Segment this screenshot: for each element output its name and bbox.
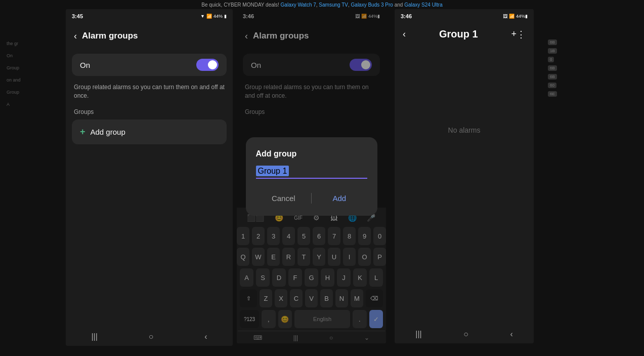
ws-right-item-5: 6B [548, 74, 639, 80]
banner-link-5[interactable]: Galaxy S24 Ultra [404, 2, 443, 8]
left-toggle-label: On [80, 61, 90, 69]
ws-right-item-1: 6B [548, 39, 639, 45]
add-group-dialog: Add group Group 1 Cancel Add [246, 137, 377, 216]
website-right-panel: 6B 1B 0 6B 6B 60 6E [543, 9, 644, 346]
ws-sidebar-item-5: Group [5, 88, 61, 96]
left-nav-back[interactable]: ‹ [204, 332, 207, 341]
right-add-button[interactable]: + [511, 29, 517, 39]
banner-link-3[interactable]: Galaxy Buds 3 Pro [351, 2, 393, 8]
no-alarms-label: No alarms [395, 126, 534, 134]
left-groups-label: Groups [66, 106, 233, 120]
left-toggle-switch[interactable] [196, 59, 219, 71]
left-app-header: ‹ Alarm groups [66, 23, 233, 49]
right-nav-home[interactable]: ○ [463, 330, 468, 339]
phone-left-panel: 3:45 ▼ 📶 44% ▮ ‹ Alarm groups On Group r… [66, 9, 233, 346]
dialog-add-button[interactable]: Add [312, 189, 367, 208]
website-sidebar: the gr On Group on and Group A [0, 9, 66, 346]
ws-sidebar-item-6: A [5, 100, 61, 108]
phone-middle-panel: 3:46 🖼 📶 44%▮ ‹ Alarm groups On Group re… [237, 9, 386, 343]
left-status-bar: 3:45 ▼ 📶 44% ▮ [66, 9, 233, 23]
ws-right-item-6: 60 [548, 83, 639, 88]
left-toggle-row: On [72, 54, 227, 76]
left-add-group-button[interactable]: + Add group [72, 120, 227, 144]
dialog-cancel-button[interactable]: Cancel [256, 189, 312, 208]
left-nav-recents[interactable]: ||| [91, 332, 97, 341]
right-bottom-nav: ||| ○ ‹ [395, 325, 534, 343]
left-app-title: Alarm groups [82, 31, 138, 41]
ws-sidebar-item-1: the gr [5, 39, 61, 48]
ws-sidebar-item-2: On [5, 52, 61, 60]
dialog-input-selected-text: Group 1 [256, 166, 289, 176]
right-group-title: Group 1 [406, 28, 511, 40]
banner-link-1[interactable]: Galaxy Watch 7 [281, 2, 316, 8]
add-group-dialog-overlay: Add group Group 1 Cancel Add [237, 9, 386, 343]
banner-link-2[interactable]: Samsung TV [319, 2, 348, 8]
left-time: 3:45 [72, 13, 83, 19]
left-bottom-nav: ||| ○ ‹ [66, 328, 233, 346]
left-back-button[interactable]: ‹ [74, 31, 77, 42]
phone-right-panel: 3:46 🖼 📶 44%▮ ‹ Group 1 + ⋮ No alarms ||… [395, 9, 534, 343]
ws-right-item-4: 6B [548, 65, 639, 71]
ws-right-item-2: 1B [548, 48, 639, 54]
top-banner: Be quick, CYBER MONDAY deals! Galaxy Wat… [0, 0, 644, 9]
ws-right-item-3: 0 [548, 57, 639, 62]
dialog-actions: Cancel Add [256, 189, 367, 208]
right-status-bar: 3:46 🖼 📶 44%▮ [395, 9, 534, 23]
left-description: Group related alarms so you can turn the… [66, 81, 233, 106]
ws-sidebar-item-4: on and [5, 76, 61, 84]
ws-right-item-7: 6E [548, 91, 639, 97]
right-nav-back[interactable]: ‹ [510, 330, 512, 339]
left-add-group-plus-icon: + [80, 127, 85, 137]
dialog-title: Add group [256, 149, 367, 159]
ws-sidebar-item-3: Group [5, 64, 61, 72]
left-add-group-text: Add group [91, 128, 125, 136]
left-status-icons: ▼ 📶 44% ▮ [200, 14, 227, 19]
right-nav-recents[interactable]: ||| [415, 330, 421, 339]
right-group-header: ‹ Group 1 + ⋮ [395, 23, 534, 45]
left-nav-home[interactable]: ○ [149, 332, 154, 341]
right-time: 3:46 [401, 13, 412, 19]
right-more-button[interactable]: ⋮ [517, 29, 526, 40]
right-status-icons: 🖼 📶 44%▮ [503, 14, 528, 19]
